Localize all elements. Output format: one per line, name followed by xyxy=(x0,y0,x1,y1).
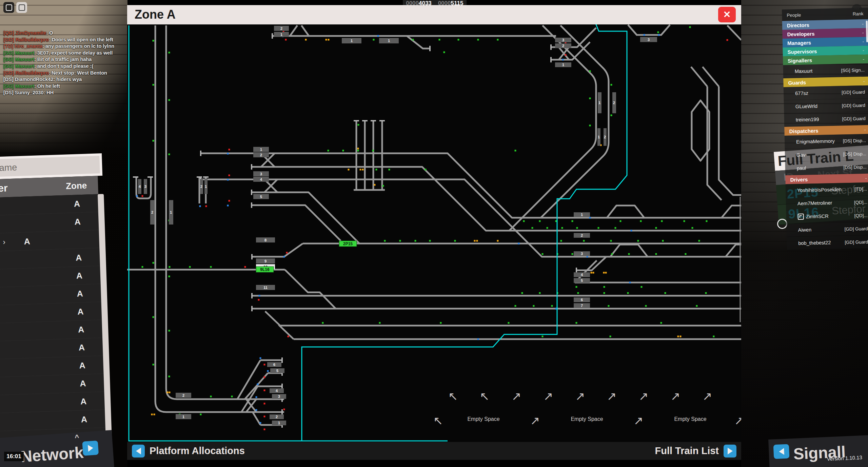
svg-text:1: 1 xyxy=(388,39,390,43)
network-next-button[interactable] xyxy=(82,441,99,456)
caret-up-icon: ^ xyxy=(75,433,80,442)
chat-message: [DS] DiamondRock42: hiders wya xyxy=(3,76,123,83)
zone-window-titlebar: Zone A ✕ xyxy=(127,5,741,24)
network-title: Network xyxy=(20,443,84,466)
column-dispatcher: tcher xyxy=(0,181,55,195)
svg-text:↗: ↗ xyxy=(671,389,680,403)
svg-text:2: 2 xyxy=(200,184,202,189)
zone-boundary-line xyxy=(129,24,627,441)
svg-text:3: 3 xyxy=(581,252,583,256)
arrow-right-icon xyxy=(728,448,733,454)
svg-text:2: 2 xyxy=(276,415,278,419)
svg-text:2: 2 xyxy=(151,210,153,214)
zone-window-bottombar: Platform Allocations Full Train List xyxy=(127,442,741,460)
svg-text:3: 3 xyxy=(144,184,146,189)
svg-text:2: 2 xyxy=(260,153,262,157)
chat-messages[interactable]: [QD] ZimDynamite: O[GD] Railbuilderpro: … xyxy=(3,30,123,96)
svg-text:5: 5 xyxy=(260,195,262,199)
svg-text:↗: ↗ xyxy=(544,389,553,403)
svg-text:2: 2 xyxy=(613,101,615,105)
arrow-left-icon xyxy=(779,448,784,455)
people-member-row[interactable]: GLueWrld[GD] Guard xyxy=(784,99,868,114)
platform-allocations-button[interactable] xyxy=(132,445,145,458)
svg-text:1: 1 xyxy=(581,213,583,217)
people-panel: People Rank Directors-Developers-Manager… xyxy=(782,8,868,250)
signals-layer[interactable] xyxy=(136,24,728,430)
chat-message: [TD] hiro_ananta: any passengers on lc t… xyxy=(3,43,123,50)
chat-message: [SG] Maxuurt: 3E07, expect some delay as… xyxy=(3,50,123,57)
svg-text:1: 1 xyxy=(170,210,172,214)
svg-text:↗: ↗ xyxy=(639,389,649,403)
svg-text:4: 4 xyxy=(276,389,278,393)
svg-text:1: 1 xyxy=(205,184,207,189)
people-member-row[interactable]: YoshihiroIsPoseiden[TD]... xyxy=(786,182,868,197)
chat-message: [GD] Railbuilderpro: Doors will open on … xyxy=(3,37,123,43)
svg-text:↗: ↗ xyxy=(530,414,540,427)
svg-text:Empty Space: Empty Space xyxy=(571,416,603,422)
column-zone: Zone xyxy=(55,180,98,192)
svg-text:1: 1 xyxy=(182,415,184,419)
svg-text:2: 2 xyxy=(604,135,606,139)
signaller-panel: Signall Version 1.10.13 xyxy=(768,435,868,467)
svg-text:↗: ↗ xyxy=(512,389,521,403)
full-train-list-button[interactable] xyxy=(724,445,736,458)
people-member-row[interactable]: paul[DS] Disp... xyxy=(785,160,868,175)
svg-text:↖: ↖ xyxy=(433,414,443,427)
people-panel-header: People Rank xyxy=(782,8,868,21)
train-select-circle[interactable] xyxy=(777,219,787,229)
svg-text:7: 7 xyxy=(581,304,583,308)
people-member-row[interactable]: EnigmaMemmory[DS] Disp... xyxy=(785,134,868,149)
svg-text:1: 1 xyxy=(598,135,600,139)
svg-text:1: 1 xyxy=(562,63,564,67)
chat-message: [SG] Maxuurt: and don't spad please :( xyxy=(3,63,123,70)
svg-text:4: 4 xyxy=(581,273,583,277)
roblox-menu-icon[interactable] xyxy=(3,2,14,13)
svg-text:6: 6 xyxy=(273,363,275,367)
svg-text:9: 9 xyxy=(264,259,267,263)
track-layer xyxy=(127,25,741,425)
platform-allocations-label: Platform Allocations xyxy=(150,445,245,456)
platform-labels: 2 1 1 1 3 2 1 3 1 2 1 2 2 1 4 3 2 1 1 2 xyxy=(138,26,657,425)
svg-text:2P15: 2P15 xyxy=(343,241,353,246)
game-clock: 16:01 xyxy=(4,452,24,461)
svg-text:↗: ↗ xyxy=(703,389,712,403)
svg-text:6: 6 xyxy=(581,298,583,302)
empty-space-labels: Empty Space Empty Space Empty Space xyxy=(467,416,706,422)
chat-message: [GD] Railbuilderpro: Next stop: West Ben… xyxy=(3,70,123,77)
full-train-list-label: Full Train List xyxy=(655,445,719,456)
search-box xyxy=(0,153,102,180)
signalling-diagram-canvas[interactable]: 2 1 1 1 3 2 1 3 1 2 1 2 2 1 4 3 2 1 1 2 xyxy=(127,24,741,442)
zone-table-body[interactable]: AA›AAAAAAAAAAAA xyxy=(0,194,107,449)
people-member-row[interactable]: Aem7Metroliner[QD]... xyxy=(786,196,868,211)
svg-text:4: 4 xyxy=(139,184,141,189)
capture-icon[interactable] xyxy=(16,2,27,13)
svg-text:2: 2 xyxy=(280,26,282,31)
svg-text:5: 5 xyxy=(581,278,583,283)
page-title: Zone A xyxy=(127,5,741,24)
svg-text:3: 3 xyxy=(648,38,650,42)
svg-text:11: 11 xyxy=(263,286,268,290)
people-member-row[interactable]: ZimInSCR[QD]... xyxy=(786,209,868,224)
svg-text:↗: ↗ xyxy=(607,389,617,403)
people-rows[interactable]: Directors-Developers-Managers-Supervisor… xyxy=(782,19,868,250)
svg-text:8: 8 xyxy=(264,238,267,242)
people-member-row[interactable]: treinen199[GD] Guard xyxy=(784,112,868,127)
svg-text:↗: ↗ xyxy=(634,414,644,427)
column-rank: Rank xyxy=(853,11,864,16)
people-member-row[interactable]: Aiwen[GD] Guard xyxy=(786,222,868,237)
close-button[interactable]: ✕ xyxy=(718,7,736,22)
signalling-diagram[interactable]: 2 1 1 1 3 2 1 3 1 2 1 2 2 1 4 3 2 1 1 2 xyxy=(127,24,741,442)
people-member-row[interactable]: bob_thebest22[GD] Guard xyxy=(787,235,868,250)
people-member-row[interactable]: Gav[DS] Disp... xyxy=(785,147,868,162)
signaller-back-button[interactable] xyxy=(773,444,790,459)
svg-text:5: 5 xyxy=(276,369,278,373)
svg-text:↗: ↗ xyxy=(575,389,585,403)
svg-text:1: 1 xyxy=(278,421,280,425)
people-member-row[interactable]: Maxuurt[SG] Sign... xyxy=(783,63,868,78)
search-input[interactable] xyxy=(0,156,100,177)
version-label: Version 1.10.13 xyxy=(827,454,862,462)
svg-text:3: 3 xyxy=(562,38,564,42)
people-member-row[interactable]: 677sz[GD] Guard xyxy=(784,85,868,100)
premium-icon xyxy=(798,214,804,220)
svg-text:1: 1 xyxy=(260,148,262,152)
